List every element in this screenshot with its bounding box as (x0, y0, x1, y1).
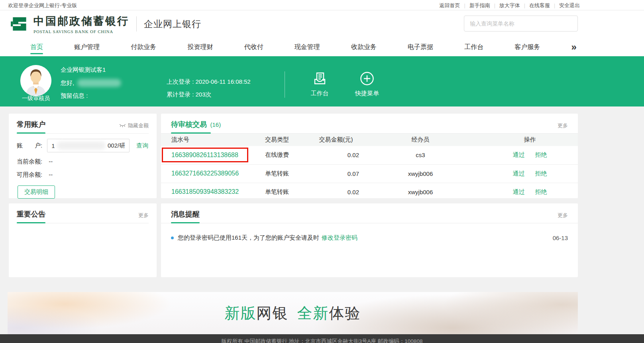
separator: | (490, 3, 499, 8)
login-count: 累计登录 : 203次 (167, 91, 251, 99)
transaction-amount: 0.07 (313, 164, 359, 183)
banner-divider (285, 71, 285, 98)
col-actions: 操作 (482, 134, 578, 146)
link-beginner-guide[interactable]: 新手指南 (469, 2, 490, 9)
bullet-icon (171, 237, 174, 239)
serial-link[interactable]: 1663890826113138688 (171, 152, 238, 158)
promo-green-2: 全新 (297, 305, 329, 321)
col-type: 交易类型 (265, 134, 313, 146)
important-notice-title: 重要公告 (17, 209, 45, 219)
frequent-accounts-title: 常用账户 (17, 120, 45, 129)
nav-tab-e-bill[interactable]: 电子票据 (408, 39, 433, 56)
important-notice-card: 重要公告 更多 (9, 203, 157, 277)
avatar-illustration (20, 65, 51, 96)
nav-tab-receivables[interactable]: 收款业务 (351, 39, 377, 56)
serial-link[interactable]: 1663271663225389056 (171, 170, 239, 177)
main-nav: 首页 账户管理 付款业务 投资理财 代收付 现金管理 收款业务 电子票据 工作台… (8, 38, 580, 56)
copyright-text: 版权所有 中国邮政储蓄银行 地址：北京市西城区金融大街3号A座 邮政编码：100… (0, 338, 644, 343)
col-serial: 流水号 (161, 134, 265, 146)
message-reminder-title: 消息提醒 (171, 209, 200, 219)
available-balance-label: 可用余额: (17, 171, 42, 178)
hide-amount-toggle[interactable]: 隐藏金额 (119, 122, 149, 129)
transaction-type: 单笔转账 (265, 183, 313, 201)
link-online-service[interactable]: 在线客服 (529, 2, 550, 9)
plus-circle-icon (359, 71, 375, 86)
bank-names: 中国邮政储蓄银行 POSTAL SAVINGS BANK OF CHINA (33, 14, 129, 34)
separator: | (460, 3, 469, 8)
link-enlarge-font[interactable]: 放大字体 (499, 2, 520, 9)
reject-link[interactable]: 拒绝 (535, 170, 547, 177)
nav-more-icon[interactable]: » (571, 43, 577, 51)
col-amount: 交易金额(元) (313, 134, 359, 146)
table-row: 1663185093948383232 单笔转账 0.02 xwyjb006 通… (161, 183, 578, 201)
bank-logo[interactable]: 中国邮政储蓄银行 POSTAL SAVINGS BANK OF CHINA 企业… (10, 14, 201, 34)
product-title: 企业网上银行 (144, 18, 201, 30)
nav-tab-payment[interactable]: 付款业务 (131, 39, 156, 56)
welcome-text: 欢迎登录企业网上银行-专业版 (8, 2, 77, 9)
link-safe-exit[interactable]: 安全退出 (559, 2, 580, 9)
pending-more-link[interactable]: 更多 (558, 122, 568, 129)
message-more-link[interactable]: 更多 (558, 212, 568, 219)
quick-menu-label: 快捷菜单 (349, 90, 385, 97)
separator: | (550, 3, 559, 8)
col-operator: 经办员 (359, 134, 482, 146)
footer: 版权所有 中国邮政储蓄银行 地址：北京市西城区金融大街3号A座 邮政编码：100… (0, 334, 644, 343)
reject-link[interactable]: 拒绝 (535, 151, 547, 158)
promo-dark-2: 体验 (329, 305, 361, 321)
quick-menu-shortcut[interactable]: 快捷菜单 (349, 71, 385, 97)
transaction-amount: 0.02 (313, 146, 359, 164)
workbench-shortcut[interactable]: 工作台 (302, 71, 338, 97)
message-reminder-card: 消息提醒 更多 您的登录密码已使用161天，为了您的账户安全请及时 修改登录密码… (161, 203, 578, 277)
topbar-links: 返回首页| 新手指南| 放大字体| 在线客服| 安全退出 (440, 2, 580, 9)
nav-tab-investment[interactable]: 投资理财 (187, 39, 213, 56)
nav-tab-home[interactable]: 首页 (30, 39, 43, 56)
serial-link[interactable]: 1663185093948383232 (171, 188, 239, 195)
company-name: 企业网银测试客1 (61, 66, 121, 74)
approve-link[interactable]: 通过 (512, 151, 524, 158)
notice-more-link[interactable]: 更多 (138, 212, 149, 219)
reject-link[interactable]: 拒绝 (535, 188, 547, 195)
table-row: 1663271663225389056 单笔转账 0.07 xwyjb006 通… (161, 164, 578, 183)
workbench-label: 工作台 (302, 90, 338, 97)
pending-transactions-card: 待审核交易 (16) 更多 流水号 交易类型 交易金额(元) 经办员 操作 (161, 114, 578, 198)
promo-green-1: 新版 (225, 305, 257, 321)
table-row: 1663890826113138688 在线缴费 0.02 cs3 通过 拒绝 (161, 146, 578, 164)
nav-tab-collection-pay[interactable]: 代收付 (244, 39, 263, 56)
link-home[interactable]: 返回首页 (440, 2, 460, 9)
table-header-row: 流水号 交易类型 交易金额(元) 经办员 操作 (161, 134, 578, 146)
current-balance-value: -- (49, 158, 53, 165)
query-link[interactable]: 查询 (136, 142, 148, 150)
available-balance-value: -- (49, 171, 53, 178)
approve-link[interactable]: 通过 (512, 170, 524, 177)
change-password-link[interactable]: 修改登录密码 (322, 234, 357, 242)
account-prefix: 1 (51, 142, 55, 149)
brand-divider (136, 16, 137, 32)
nav-tab-customer-service[interactable]: 客户服务 (514, 39, 540, 56)
greeting-text: 您好, (61, 79, 74, 87)
operator: xwyjb006 (359, 183, 482, 201)
nav-tab-cash-mgmt[interactable]: 现金管理 (295, 39, 320, 56)
promo-dark-1: 网银 (257, 305, 289, 321)
bank-name-cn: 中国邮政储蓄银行 (33, 14, 129, 28)
approve-link[interactable]: 通过 (512, 188, 524, 195)
promo-text: 新版网银全新体验 (225, 303, 361, 323)
pending-transactions-title: 待审核交易 (171, 120, 207, 128)
login-info: 上次登录 : 2020-06-11 16:08:52 累计登录 : 203次 (167, 78, 251, 104)
account-label: 账 户: (17, 142, 42, 150)
nav-tab-account-mgmt[interactable]: 账户管理 (74, 39, 100, 56)
workbench-icon (312, 71, 327, 86)
message-date: 06-13 (553, 235, 568, 241)
menu-search-input[interactable] (464, 16, 578, 32)
message-item: 您的登录密码已使用161天，为了您的账户安全请及时 修改登录密码 06-13 (171, 234, 568, 242)
topbar: 欢迎登录企业网上银行-专业版 返回首页| 新手指南| 放大字体| 在线客服| 安… (0, 0, 644, 10)
nav-tab-workbench[interactable]: 工作台 (464, 39, 483, 56)
transaction-detail-button[interactable]: 交易明细 (18, 185, 55, 199)
account-select[interactable]: 1 002/研 (47, 139, 130, 152)
eye-closed-icon (119, 124, 126, 128)
user-banner: 一级审核员 企业网银测试客1 您好, 预留信息 : 上次登录 : 2020-06… (0, 56, 644, 106)
user-role: 一级审核员 (10, 95, 61, 102)
transaction-type: 单笔转账 (265, 164, 313, 183)
operator: cs3 (359, 146, 482, 164)
avatar (20, 65, 51, 96)
separator: | (520, 3, 529, 8)
